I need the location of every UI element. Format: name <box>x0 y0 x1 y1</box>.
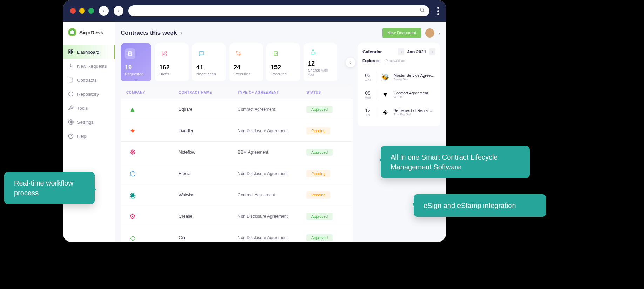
sidebar-item-contracts[interactable]: Contracts <box>63 73 115 87</box>
edit-icon <box>159 48 170 59</box>
svg-rect-2 <box>69 50 70 52</box>
page-header: Contracts this week ▼ New Document ▾ <box>121 28 440 38</box>
company-logo-icon: ✦ <box>126 125 139 137</box>
table-row[interactable]: ◉WolwiseContract AgreementPending <box>121 184 353 206</box>
back-button[interactable]: ‹ <box>99 6 109 16</box>
address-bar[interactable] <box>128 5 429 16</box>
callout-allinone: All in one Smart Contract Lifecycle Mana… <box>381 146 530 178</box>
contract-name: Square <box>179 107 238 112</box>
search-icon <box>420 7 425 14</box>
svg-rect-3 <box>71 50 73 52</box>
calendar-title: Calendar <box>362 49 384 54</box>
tab-renewed[interactable]: Renewed on <box>385 59 405 63</box>
agreement-type: Contract Agreement <box>238 107 306 112</box>
status-badge: Approved <box>306 149 333 156</box>
table-row[interactable]: ⚙CreaseNon Disclosure AgreementApproved <box>121 206 353 227</box>
stat-label: Shared with you <box>308 68 333 76</box>
cal-date: 08Mon <box>362 90 373 99</box>
maximize-window-icon[interactable] <box>88 8 94 14</box>
contract-name: Crease <box>179 214 238 219</box>
callout-esign: eSign and eStamp integration <box>414 194 546 217</box>
calendar-item[interactable]: 03Wed🐝Master Service AgreementBeing Bee <box>362 68 435 86</box>
table-row[interactable]: ▲SquareContract AgreementApproved <box>121 99 353 120</box>
forward-button[interactable]: › <box>114 6 123 16</box>
th-company: COMPANY <box>126 90 179 94</box>
company-logo-icon: ◇ <box>126 231 139 242</box>
stat-card-requested[interactable]: 19Requested <box>121 43 151 81</box>
svg-rect-5 <box>71 52 73 54</box>
cal-contract: Settlement of Rental Ag... <box>394 108 435 113</box>
pen-icon <box>233 48 244 59</box>
stat-card-shared[interactable]: 12Shared with you <box>304 43 337 81</box>
sidebar-item-settings[interactable]: Settings <box>63 115 115 129</box>
avatar[interactable] <box>425 28 434 38</box>
company-logo-icon: ◈ <box>380 107 390 117</box>
sidebar-item-tools[interactable]: Tools <box>63 101 115 115</box>
chevron-down-icon[interactable]: ▼ <box>180 31 183 35</box>
th-type: TYPE OF AGREEMENT <box>238 90 306 94</box>
contract-name: Fresia <box>179 171 238 176</box>
nav-label: Repository <box>77 92 99 97</box>
nav-label: Dashboard <box>77 49 100 55</box>
svg-rect-4 <box>69 52 70 54</box>
svg-line-1 <box>423 11 424 12</box>
stat-label: Execution <box>233 72 259 76</box>
chat-icon <box>196 48 207 59</box>
contract-name: Wolwise <box>179 193 238 197</box>
stat-cards: 19Requested162Drafts41Negotiation24Execu… <box>121 43 353 81</box>
contracts-table: COMPANY CONTRACT NAME TYPE OF AGREEMENT … <box>121 86 353 242</box>
next-button[interactable]: › <box>346 58 355 67</box>
stat-label: Executed <box>271 72 296 76</box>
nav-label: Tools <box>77 106 88 111</box>
gear-icon <box>68 119 74 125</box>
calendar-item[interactable]: 08Mon▼Contract AgreementWheel <box>362 86 435 103</box>
calendar-item[interactable]: 12Fri◈Settlement of Rental Ag...The Big … <box>362 103 435 121</box>
main-area: Contracts this week ▼ New Document ▾ 19R… <box>115 22 446 242</box>
traffic-lights <box>70 8 94 14</box>
status-badge: Approved <box>306 106 333 113</box>
table-header: COMPANY CONTRACT NAME TYPE OF AGREEMENT … <box>121 86 353 99</box>
menu-button[interactable] <box>437 7 439 15</box>
agreement-type: Non Disclosure Agreement <box>238 214 306 219</box>
contract-name: Dandler <box>179 128 238 133</box>
cal-company: The Big Owl <box>394 113 435 116</box>
table-row[interactable]: ✦DandlerNon Disclosure AgreementPending <box>121 120 353 141</box>
tab-expires[interactable]: Expires on <box>362 59 380 63</box>
new-document-button[interactable]: New Document <box>382 28 421 38</box>
table-row[interactable]: ⬡FresiaNon Disclosure AgreementPending <box>121 163 353 184</box>
th-status: STATUS <box>306 90 347 94</box>
chevron-down-icon[interactable]: ▾ <box>439 31 440 35</box>
contract-name: Cia <box>179 235 238 240</box>
stat-value: 19 <box>125 64 147 71</box>
sidebar-item-repository[interactable]: Repository <box>63 87 115 101</box>
sidebar-item-new-requests[interactable]: New Requests <box>63 59 115 73</box>
prev-month-button[interactable]: ‹ <box>398 48 404 55</box>
close-window-icon[interactable] <box>70 8 76 14</box>
table-row[interactable]: ❋NoteflowBBM AgreementApproved <box>121 141 353 163</box>
stat-card-negotiation[interactable]: 41Negotiation <box>192 43 226 81</box>
company-logo-icon: ◉ <box>126 189 139 201</box>
agreement-type: Contract Agreement <box>238 193 306 197</box>
stat-card-execution[interactable]: 24Execution <box>229 43 263 81</box>
agreement-type: Non Disclosure Agreement <box>238 171 306 176</box>
next-month-button[interactable]: › <box>429 48 435 55</box>
cal-date: 03Wed <box>362 73 373 82</box>
stat-label: Negotiation <box>196 72 222 76</box>
company-logo-icon: ▲ <box>126 103 139 116</box>
stat-card-executed[interactable]: 152Executed <box>266 43 300 81</box>
check-icon <box>271 48 281 59</box>
cal-company: Being Bee <box>394 78 435 81</box>
company-logo-icon: 🐝 <box>380 72 390 82</box>
sidebar-item-help[interactable]: Help <box>63 129 115 143</box>
calendar-card: Calendar ‹ Jan 2021 › Expires on Renewed… <box>358 43 440 126</box>
download-icon <box>68 63 74 69</box>
sidebar-item-dashboard[interactable]: Dashboard <box>63 45 115 59</box>
nav-label: Help <box>77 134 87 139</box>
table-row[interactable]: ◇CiaNon Disclosure AgreementApproved <box>121 227 353 242</box>
stat-card-drafts[interactable]: 162Drafts <box>155 43 189 81</box>
doc-icon <box>125 48 135 59</box>
stat-value: 41 <box>196 64 222 71</box>
stat-value: 152 <box>271 64 296 71</box>
cal-company: Wheel <box>394 95 435 99</box>
minimize-window-icon[interactable] <box>79 8 85 14</box>
